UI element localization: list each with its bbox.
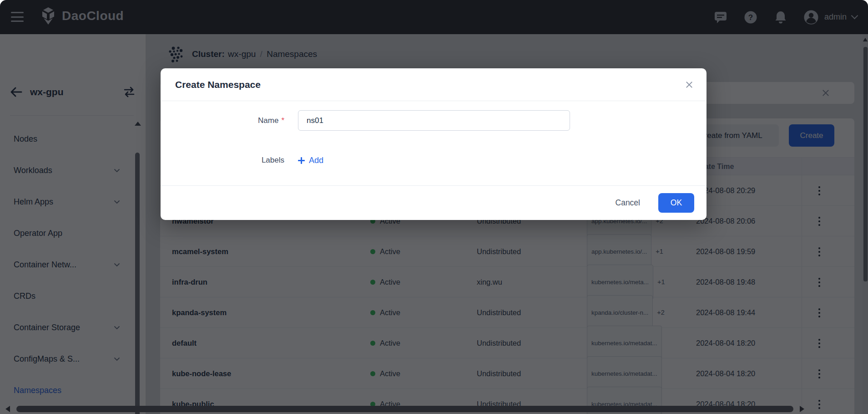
labels-field-label: Labels bbox=[161, 154, 284, 167]
modal-title: Create Namespace bbox=[175, 68, 261, 101]
name-field-label: Name* bbox=[161, 110, 284, 131]
plus-icon bbox=[298, 157, 305, 164]
cancel-button[interactable]: Cancel bbox=[616, 198, 640, 208]
ok-button[interactable]: OK bbox=[658, 193, 694, 213]
app-window: DaoCloud ? bbox=[0, 0, 868, 414]
modal-footer: Cancel OK bbox=[161, 185, 707, 220]
modal-body: Name* Labels Add bbox=[161, 101, 707, 185]
required-mark: * bbox=[281, 116, 284, 125]
name-input[interactable] bbox=[298, 110, 570, 131]
create-namespace-modal: Create Namespace Name* Labels Add Cancel… bbox=[161, 68, 707, 220]
add-label-button[interactable]: Add bbox=[298, 154, 323, 167]
modal-close-icon[interactable] bbox=[686, 81, 693, 88]
modal-header: Create Namespace bbox=[161, 68, 707, 101]
add-label-text: Add bbox=[309, 156, 323, 165]
